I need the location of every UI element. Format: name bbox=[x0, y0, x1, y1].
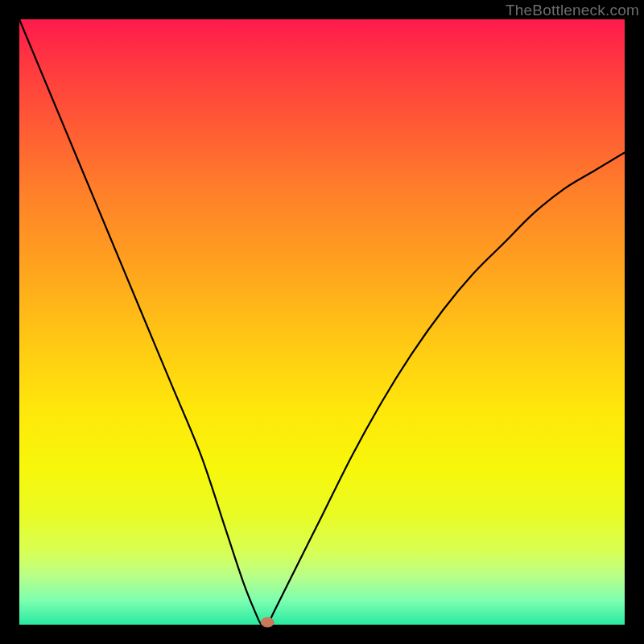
min-marker bbox=[261, 617, 274, 627]
bottleneck-curve bbox=[19, 19, 625, 625]
watermark-label: TheBottleneck.com bbox=[506, 2, 639, 19]
plot-area bbox=[19, 19, 625, 625]
chart-frame: TheBottleneck.com bbox=[0, 0, 644, 644]
curve-path bbox=[19, 19, 625, 626]
